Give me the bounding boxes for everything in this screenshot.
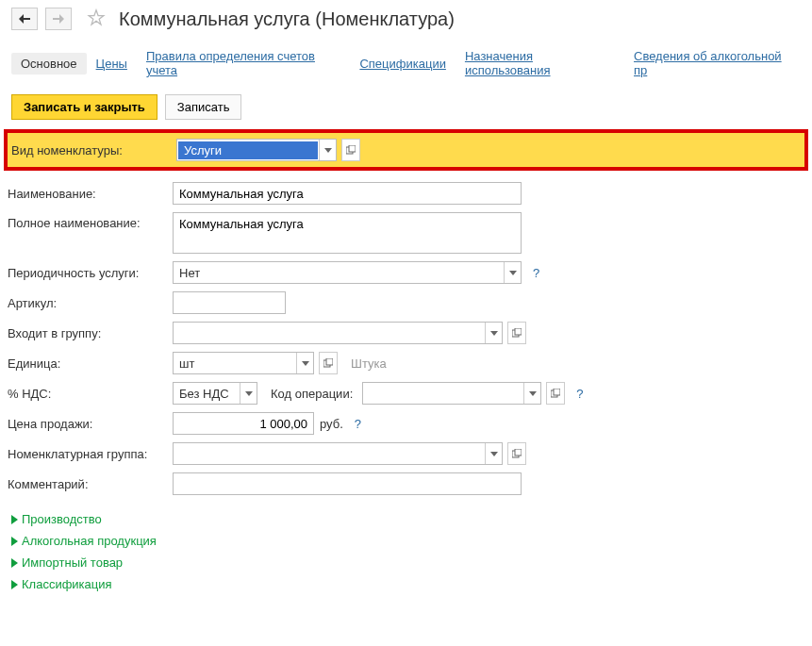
period-dropdown-btn[interactable]	[504, 262, 521, 283]
article-label: Артикул:	[8, 296, 173, 310]
save-button[interactable]: Записать	[165, 94, 242, 120]
period-select[interactable]: Нет	[173, 261, 522, 284]
tab-main[interactable]: Основное	[11, 53, 87, 75]
type-dropdown-btn[interactable]	[319, 140, 336, 160]
svg-rect-1	[349, 145, 356, 152]
type-label: Вид номенклатуры:	[11, 143, 176, 157]
svg-rect-3	[515, 328, 522, 335]
period-help[interactable]: ?	[533, 266, 539, 280]
svg-rect-9	[515, 449, 522, 456]
opcode-dropdown-btn[interactable]	[523, 383, 540, 404]
article-input[interactable]	[173, 291, 286, 314]
nomgroup-label: Номенклатурная группа:	[8, 447, 173, 461]
open-icon	[512, 328, 522, 338]
tabs-bar: Основное Цены Правила определения счетов…	[0, 38, 812, 91]
price-help[interactable]: ?	[355, 417, 361, 431]
chevron-down-icon	[490, 452, 498, 456]
vat-select[interactable]: Без НДС	[173, 382, 257, 405]
name-input[interactable]	[173, 182, 522, 205]
unit-open-btn[interactable]	[319, 352, 338, 374]
unit-select[interactable]: шт	[173, 352, 314, 374]
unit-value: шт	[174, 355, 296, 373]
page-title: Коммунальная услуга (Номенклатура)	[119, 8, 455, 30]
svg-rect-5	[326, 358, 333, 365]
favorite-icon[interactable]	[87, 8, 106, 30]
comment-label: Комментарий:	[8, 477, 173, 491]
vat-dropdown-btn[interactable]	[240, 383, 257, 404]
nomgroup-open-btn[interactable]	[507, 442, 526, 465]
open-icon	[346, 145, 356, 155]
opcode-help[interactable]: ?	[576, 387, 583, 401]
type-select[interactable]: Услуги	[176, 139, 337, 161]
tab-prices[interactable]: Цены	[87, 53, 137, 75]
group-label: Входит в группу:	[8, 326, 173, 340]
chevron-down-icon	[509, 271, 517, 275]
open-icon	[512, 449, 522, 458]
opcode-open-btn[interactable]	[546, 382, 565, 405]
chevron-down-icon	[529, 391, 537, 396]
group-open-btn[interactable]	[507, 322, 526, 344]
tab-usage[interactable]: Назначения использования	[456, 45, 624, 81]
opcode-value	[363, 391, 523, 395]
chevron-down-icon	[324, 148, 332, 153]
expand-import[interactable]: Импортный товар	[8, 552, 804, 573]
expand-label: Импортный товар	[22, 555, 123, 570]
open-icon	[323, 358, 333, 368]
expand-alcohol[interactable]: Алкогольная продукция	[8, 530, 804, 552]
chevron-down-icon	[302, 361, 309, 366]
expand-production[interactable]: Производство	[8, 508, 804, 530]
comment-input[interactable]	[173, 472, 522, 495]
open-icon	[551, 389, 560, 398]
period-label: Периодичность услуги:	[8, 266, 173, 280]
opcode-label: Код операции:	[271, 387, 353, 401]
nomgroup-dropdown-btn[interactable]	[485, 443, 502, 464]
period-value: Нет	[174, 264, 504, 282]
nomgroup-select[interactable]	[173, 442, 503, 465]
unit-hint: Штука	[351, 356, 387, 371]
expand-label: Классификация	[22, 577, 112, 591]
type-row-highlight: Вид номенклатуры: Услуги	[4, 129, 808, 171]
chevron-right-icon	[11, 537, 18, 546]
vat-value: Без НДС	[174, 385, 240, 403]
svg-rect-7	[554, 389, 560, 395]
chevron-down-icon	[490, 331, 498, 336]
forward-button[interactable]	[45, 8, 72, 30]
group-select[interactable]	[173, 322, 503, 344]
group-dropdown-btn[interactable]	[485, 323, 502, 343]
nomgroup-value	[174, 452, 485, 456]
type-open-btn[interactable]	[341, 139, 360, 161]
back-button[interactable]	[11, 8, 38, 30]
tab-alcohol-info[interactable]: Сведения об алкогольной пр	[624, 45, 801, 81]
unit-dropdown-btn[interactable]	[296, 353, 313, 373]
chevron-right-icon	[11, 580, 18, 589]
chevron-right-icon	[11, 558, 18, 568]
fullname-input[interactable]	[173, 212, 522, 254]
price-label: Цена продажи:	[8, 417, 173, 431]
type-value: Услуги	[178, 141, 318, 159]
expand-classification[interactable]: Классификация	[8, 573, 804, 595]
price-input[interactable]	[173, 412, 314, 435]
unit-label: Единица:	[8, 356, 173, 371]
price-currency: руб.	[320, 417, 343, 431]
group-value	[174, 331, 485, 335]
arrow-right-icon	[53, 14, 64, 24]
tab-account-rules[interactable]: Правила определения счетов учета	[137, 45, 350, 81]
expand-label: Производство	[22, 512, 102, 526]
expand-label: Алкогольная продукция	[22, 534, 157, 548]
save-close-button[interactable]: Записать и закрыть	[11, 94, 157, 120]
arrow-left-icon	[19, 14, 30, 24]
tab-specifications[interactable]: Спецификации	[350, 53, 456, 75]
chevron-down-icon	[245, 391, 253, 396]
fullname-label: Полное наименование:	[8, 212, 173, 230]
vat-label: % НДС:	[8, 387, 173, 401]
opcode-select[interactable]	[362, 382, 541, 405]
name-label: Наименование:	[8, 187, 173, 201]
chevron-right-icon	[11, 515, 18, 524]
